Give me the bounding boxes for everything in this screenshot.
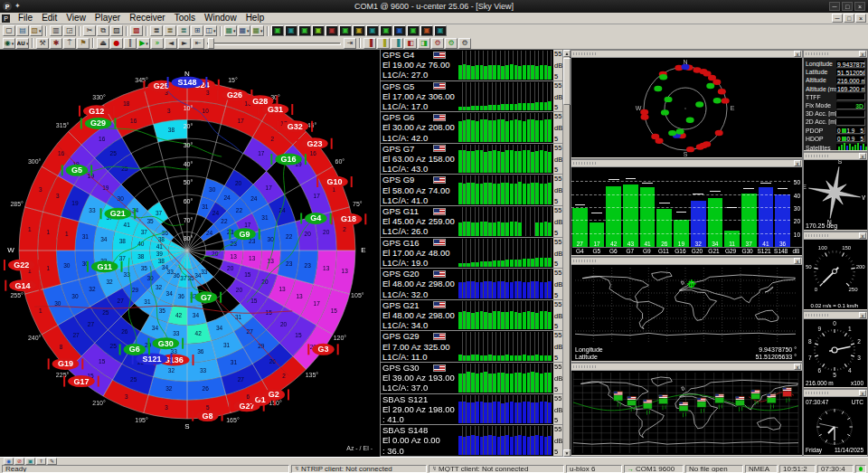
list-scrollbar[interactable]: ▲▼ <box>562 50 570 457</box>
gear-config-button[interactable]: ⚙ <box>458 38 471 49</box>
marker-tool-button[interactable]: ⍒ <box>36 458 46 465</box>
mdi-close-button[interactable]: × <box>855 14 866 23</box>
cut-button[interactable]: ✂ <box>83 25 96 36</box>
satellite-row-G6[interactable]: GPS G6El 30.00 Az 208.00L1C/A: 42.055dB5 <box>381 112 570 144</box>
drag-grip-icon[interactable] <box>806 155 829 157</box>
disable-view-button[interactable]: ⊘ <box>14 458 24 465</box>
dock-view-6-button[interactable]: ▣ <box>339 25 352 36</box>
menu-player[interactable]: Player <box>90 13 125 24</box>
step-back-button[interactable]: ◄ <box>165 38 177 49</box>
epoch-history-2-button[interactable]: ▐ <box>377 38 390 49</box>
configuration-view-button[interactable]: ◫▾ <box>204 25 217 36</box>
dropdown-arrow-icon[interactable]: ▾ <box>247 26 250 35</box>
hotkeys-button[interactable]: ✱ <box>50 38 62 49</box>
epoch-history-1-button[interactable]: ▐ <box>363 38 376 49</box>
menu-window[interactable]: Window <box>200 13 241 24</box>
connect-receiver-button[interactable]: ◉▾ <box>3 38 15 49</box>
skip-start-button[interactable]: ⇤ <box>192 38 204 49</box>
close-icon[interactable]: x <box>859 51 866 57</box>
satellite-list[interactable]: GPS G4El 19.00 Az 76.00L1C/A: 27.055dB5G… <box>380 50 570 457</box>
menu-help[interactable]: Help <box>241 13 269 24</box>
map-panel-header[interactable]: x <box>571 258 802 265</box>
satellite-row-G30[interactable]: GPS G30El 39.00 Az 193.00L1C/A: 37.055dB… <box>381 363 570 394</box>
antenna-button[interactable]: ⍑ <box>63 38 76 49</box>
dock-split-a-button[interactable]: ◧ <box>404 38 417 49</box>
close-icon[interactable]: x <box>794 364 801 370</box>
text-console-button[interactable]: ≣ <box>177 25 190 36</box>
dock-view-2-button[interactable]: ▣ <box>285 25 297 36</box>
menu-edit[interactable]: Edit <box>37 13 61 24</box>
satmap-panel-header[interactable]: x <box>571 364 802 371</box>
satellite-row-G21[interactable]: GPS G21El 48.00 Az 298.00L1C/A: 34.055dB… <box>381 300 570 332</box>
record-button[interactable]: ● <box>110 38 123 49</box>
packet-console-button[interactable]: ≣ <box>150 25 163 36</box>
drag-grip-icon[interactable] <box>806 234 829 237</box>
mdi-minimize-button[interactable]: ─ <box>832 14 843 23</box>
satellite-row-G9[interactable]: GPS G9El 58.00 Az 74.00L1C/A: 41.055dB5 <box>381 175 570 206</box>
dropdown-arrow-icon[interactable]: ▾ <box>12 39 14 48</box>
pin-icon[interactable]: ✦ <box>14 2 21 11</box>
signal-panel-header[interactable]: x <box>571 160 802 167</box>
close-icon[interactable]: x <box>859 312 866 318</box>
dropdown-arrow-icon[interactable]: ▾ <box>233 26 236 35</box>
paste-button[interactable]: ▨ <box>110 25 123 36</box>
drag-grip-icon[interactable] <box>573 52 597 55</box>
jump-to-end-button[interactable]: ⇥ <box>344 38 356 49</box>
dock-view-4-button[interactable]: ▣ <box>312 25 325 36</box>
menu-file[interactable]: File <box>14 13 37 24</box>
menu-view[interactable]: View <box>61 13 90 24</box>
restore-button[interactable]: □ <box>842 2 853 11</box>
save-file-button[interactable]: ▤ <box>16 25 29 36</box>
pause-button[interactable]: ‖ <box>124 38 137 49</box>
clock-panel-header[interactable]: x <box>804 390 867 397</box>
dropdown-arrow-icon[interactable]: ▾ <box>146 39 148 48</box>
binary-console-button[interactable]: ≣ <box>164 25 176 36</box>
play-button[interactable]: ▶▾ <box>137 38 150 49</box>
dropdown-arrow-icon[interactable]: ▾ <box>213 26 216 35</box>
table-view-button[interactable]: ▦▾ <box>238 25 250 36</box>
dropdown-arrow-icon[interactable]: ▾ <box>39 26 42 35</box>
open-file-button[interactable]: ▧▾ <box>30 25 42 36</box>
satellite-row-S148[interactable]: SBAS S148El 0.00 Az 0.00: 36.055dB5 <box>381 425 570 457</box>
close-icon[interactable]: x <box>859 153 866 159</box>
satellite-row-G29[interactable]: GPS G29El 7.00 Az 325.00L1C/A: 11.055dB5 <box>381 331 570 363</box>
messages-view-button[interactable]: ⊞ <box>191 25 203 36</box>
gear-play-button[interactable]: ⚙ <box>445 38 458 49</box>
step-forward-button[interactable]: ► <box>178 38 191 49</box>
dock-view-9-button[interactable]: ▣ <box>380 25 392 36</box>
menu-tools[interactable]: Tools <box>170 13 200 24</box>
dropdown-arrow-icon[interactable]: ▾ <box>260 26 263 35</box>
scroll-down-icon[interactable]: ▼ <box>563 449 571 457</box>
playback-slider[interactable] <box>207 38 341 49</box>
close-icon[interactable]: x <box>794 160 801 166</box>
camera-view-button[interactable]: ▣ <box>25 458 35 465</box>
alarm-button[interactable]: ⚑ <box>77 38 90 49</box>
menu-receiver[interactable]: Receiver <box>125 13 169 24</box>
eject-button[interactable]: ⏏ <box>97 38 109 49</box>
slider-thumb[interactable] <box>208 38 214 49</box>
close-button[interactable]: × <box>854 2 865 11</box>
satellite-row-S121[interactable]: SBAS S121El 29.00 Az 198.00: 41.055dB5 <box>381 394 570 426</box>
drag-grip-icon[interactable] <box>573 365 597 368</box>
speed-panel-header[interactable]: x <box>804 232 867 240</box>
compass-panel-header[interactable]: x <box>804 153 867 160</box>
close-icon[interactable]: x <box>859 390 866 396</box>
scroll-up-icon[interactable]: ▲ <box>563 50 571 57</box>
color-palette-button[interactable]: ▩ <box>130 25 143 36</box>
satellite-row-G5[interactable]: GPS G5El 17.00 Az 306.00L1C/A: 17.055dB5 <box>381 81 570 113</box>
dock-view-8-button[interactable]: ▣ <box>366 25 379 36</box>
satellite-row-G7[interactable]: GPS G7El 63.00 Az 158.00L1C/A: 43.055dB5 <box>381 144 570 175</box>
altitude-panel-header[interactable]: x <box>804 312 867 319</box>
scroll-thumb[interactable] <box>563 58 571 105</box>
satellite-row-G11[interactable]: GPS G11El 45.00 Az 259.00L1C/A: 26.055dB… <box>381 206 570 238</box>
mdi-restore-button[interactable]: □ <box>844 14 854 23</box>
drag-grip-icon[interactable] <box>573 162 597 165</box>
baudrate-button[interactable]: AU▾ <box>16 38 29 49</box>
dropdown-arrow-icon[interactable]: ▾ <box>26 39 29 48</box>
sky-view[interactable]: Az - / El - <box>0 50 380 457</box>
epoch-history-3-button[interactable]: ▐ <box>391 38 403 49</box>
fast-forward-button[interactable]: » <box>151 38 164 49</box>
receiver-config-button[interactable]: ⚒ <box>36 38 49 49</box>
print-button[interactable]: ▥ <box>50 25 62 36</box>
satellite-row-G16[interactable]: GPS G16El 17.00 Az 48.00L1C/A: 19.055dB5 <box>381 238 570 270</box>
